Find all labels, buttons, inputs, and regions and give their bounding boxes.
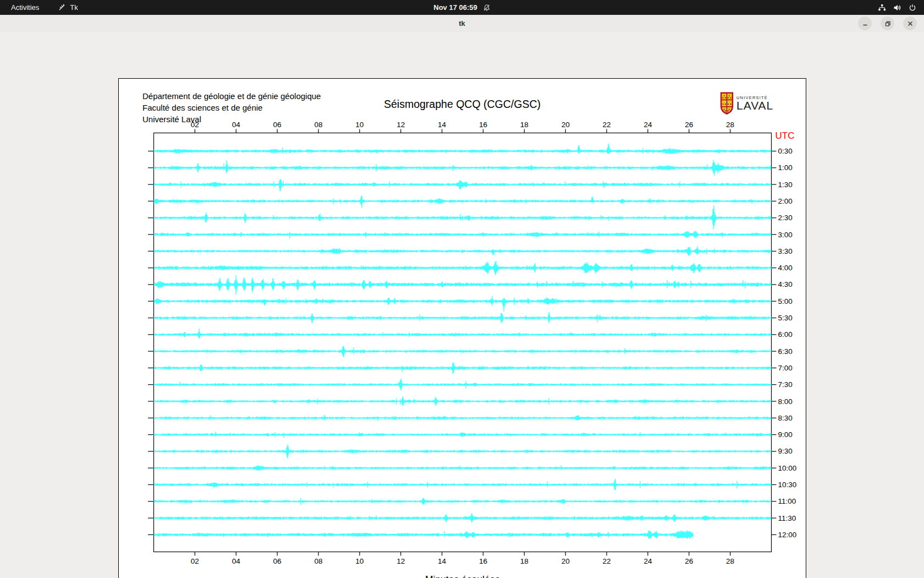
x-tick-label-top: 06 (273, 121, 282, 129)
time-label: 1:00 (778, 163, 793, 172)
window-titlebar[interactable]: tk (0, 15, 924, 32)
minimize-icon (861, 19, 870, 28)
close-icon (906, 19, 915, 28)
time-label: 8:30 (778, 414, 793, 422)
time-label: 12:00 (778, 531, 797, 539)
x-tick-label-bottom: 10 (355, 557, 364, 565)
time-label: 1:30 (778, 181, 793, 189)
seismogram-trace-8:30 (154, 415, 771, 421)
seismogram-trace-10:00 (154, 465, 771, 471)
seismogram-trace-10:30 (154, 479, 771, 490)
x-tick-label-bottom: 22 (603, 557, 611, 565)
x-tick-label-top: 04 (232, 121, 241, 129)
seismogram-trace-2:00 (154, 195, 771, 208)
seismogram-trace-5:30 (154, 312, 771, 324)
notifications-disabled-icon (483, 4, 491, 12)
time-label: 10:30 (778, 481, 797, 489)
time-label: 6:00 (778, 330, 793, 339)
x-tick-label-top: 18 (520, 121, 529, 129)
seismogram-trace-8:00 (154, 396, 771, 406)
x-tick-label-bottom: 04 (232, 557, 241, 565)
tk-window-body: Département de géologie et de génie géol… (0, 32, 924, 578)
time-label: 11:00 (778, 497, 796, 505)
seismogram-trace-4:30 (154, 275, 771, 295)
x-tick-label-top: 28 (726, 121, 734, 129)
seismogram-trace-9:30 (154, 444, 771, 459)
seismogram-trace-5:00 (154, 296, 771, 312)
x-tick-label-top: 12 (397, 121, 405, 129)
seismogram-trace-9:00 (154, 432, 771, 438)
seismogram-trace-11:00 (154, 498, 771, 505)
seismogram-trace-7:00 (154, 363, 771, 374)
screen: Activities Tk Nov 17 06:59 (0, 0, 924, 578)
time-label: 3:30 (778, 247, 793, 255)
x-tick-label-bottom: 28 (726, 557, 734, 565)
network-icon (878, 4, 886, 12)
seismogram-trace-3:00 (154, 231, 771, 238)
time-label: 4:30 (778, 280, 793, 288)
x-tick-label-top: 14 (438, 121, 447, 129)
seismogram-trace-6:00 (154, 329, 771, 339)
x-tick-label-top: 16 (479, 121, 487, 129)
time-label: 2:30 (778, 214, 793, 222)
x-tick-label-bottom: 12 (397, 557, 405, 565)
seismogram-plot: 0202040406060808101012121414161618182020… (119, 79, 806, 578)
x-tick-label-top: 20 (562, 121, 570, 129)
seismogram-trace-2:30 (154, 205, 771, 230)
close-button[interactable] (903, 17, 917, 30)
time-label: 5:00 (778, 297, 793, 306)
x-tick-label-top: 10 (355, 121, 364, 129)
time-label: 7:00 (778, 364, 793, 372)
time-label: 5:30 (778, 314, 793, 322)
clock-text: Nov 17 06:59 (433, 3, 477, 12)
restore-icon (883, 19, 892, 28)
x-tick-label-top: 26 (685, 121, 693, 129)
time-label: 11:30 (778, 514, 796, 522)
x-tick-label-bottom: 16 (479, 557, 487, 565)
x-tick-label-bottom: 24 (644, 557, 652, 565)
volume-icon (893, 4, 901, 12)
time-label: 3:00 (778, 231, 793, 239)
time-label: 10:00 (778, 464, 797, 472)
time-label: 9:30 (778, 447, 793, 455)
time-label: 9:00 (778, 430, 793, 439)
seismogram-trace-7:30 (154, 379, 771, 391)
system-status-area[interactable] (878, 0, 916, 15)
seismogram-trace-6:30 (154, 346, 771, 357)
seismogram-trace-11:30 (154, 513, 771, 523)
x-tick-label-top: 02 (191, 121, 199, 129)
seismogram-trace-0:30 (154, 144, 771, 154)
x-tick-label-bottom: 08 (314, 557, 322, 565)
restore-button[interactable] (881, 17, 894, 30)
utc-label: UTC (776, 130, 795, 141)
x-tick-label-bottom: 02 (191, 557, 199, 565)
seismograph-canvas: Département de géologie et de génie géol… (118, 78, 806, 578)
minimize-button[interactable] (858, 17, 872, 30)
seismogram-trace-1:00 (154, 160, 771, 176)
time-label: 4:00 (778, 264, 793, 272)
time-label: 7:30 (778, 380, 793, 389)
time-label: 0:30 (778, 147, 793, 155)
time-label: 2:00 (778, 197, 793, 205)
x-tick-label-top: 08 (314, 121, 322, 129)
window-title: tk (0, 15, 924, 32)
plot-border (154, 133, 772, 552)
time-label: 8:00 (778, 397, 793, 406)
seismogram-trace-3:30 (154, 246, 771, 256)
x-tick-label-bottom: 26 (685, 557, 693, 565)
seismogram-trace-12:00 (154, 530, 693, 539)
x-tick-label-bottom: 06 (273, 557, 282, 565)
seismogram-trace-1:30 (154, 179, 771, 192)
power-icon (909, 4, 916, 12)
time-label: 6:30 (778, 347, 793, 356)
gnome-top-bar: Activities Tk Nov 17 06:59 (0, 0, 924, 15)
x-tick-label-bottom: 18 (520, 557, 529, 565)
x-tick-label-bottom: 14 (438, 557, 447, 565)
x-tick-label-top: 22 (603, 121, 611, 129)
clock-button[interactable]: Nov 17 06:59 (0, 0, 924, 15)
x-tick-label-top: 24 (644, 121, 652, 129)
x-axis-title: Minutes écoulées (425, 574, 500, 578)
x-tick-label-bottom: 20 (562, 557, 570, 565)
seismogram-trace-4:00 (154, 261, 771, 275)
